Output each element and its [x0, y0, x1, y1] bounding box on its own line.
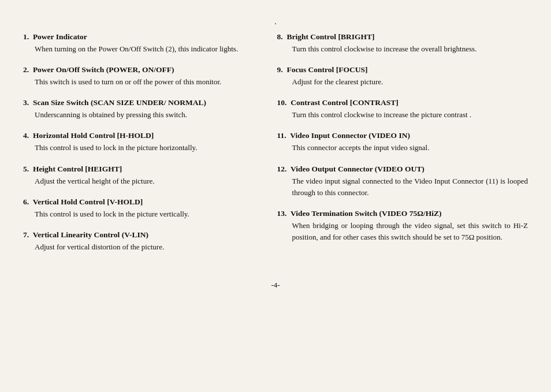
item-num: 10.	[277, 98, 287, 107]
left-column: 1. Power IndicatorWhen turning on the Po…	[23, 32, 266, 263]
columns: 1. Power IndicatorWhen turning on the Po…	[23, 32, 528, 263]
item-title: 10. Contrast Control [CONTRAST]	[277, 98, 528, 107]
item-body: Turn this control clockwise to increase …	[277, 109, 528, 121]
item-body: Adjust for the clearest picture.	[277, 76, 528, 88]
item-body: This connector accepts the input video s…	[277, 142, 528, 154]
left-item-4: 4. Horizontal Hold Control [H-HOLD]This …	[23, 131, 254, 154]
item-title: 12. Video Output Connector (VIDEO OUT)	[277, 165, 528, 174]
item-title: 2. Power On/Off Switch (POWER, ON/OFF)	[23, 65, 254, 74]
right-item-1: 8. Bright Control [BRIGHT]Turn this cont…	[277, 32, 528, 55]
item-body: Turn this control clockwise to increase …	[277, 43, 528, 55]
item-title: 5. Height Control [HEIGHT]	[23, 165, 254, 174]
item-num: 6.	[23, 197, 29, 206]
item-title: 11. Video Input Connector (VIDEO IN)	[277, 131, 528, 140]
item-num: 7.	[23, 230, 29, 239]
item-title: 1. Power Indicator	[23, 32, 254, 42]
page-footer: -4-	[23, 281, 528, 290]
left-item-3: 3. Scan Size Switch (SCAN SIZE UNDER/ NO…	[23, 98, 254, 121]
item-body: When bridging or looping through the vid…	[277, 220, 528, 243]
item-title: 8. Bright Control [BRIGHT]	[277, 32, 528, 42]
right-item-2: 9. Focus Control [FOCUS]Adjust for the c…	[277, 65, 528, 88]
item-title: 9. Focus Control [FOCUS]	[277, 65, 528, 74]
item-num: 12.	[277, 165, 287, 173]
item-body: Adjust the vertical height of the pictur…	[23, 176, 254, 187]
left-item-5: 5. Height Control [HEIGHT]Adjust the ver…	[23, 165, 254, 187]
item-body: When turning on the Power On/Off Switch …	[23, 43, 254, 55]
item-num: 1.	[23, 32, 29, 41]
item-num: 8.	[277, 32, 283, 41]
right-column: 8. Bright Control [BRIGHT]Turn this cont…	[266, 32, 528, 263]
item-num: 11.	[277, 131, 286, 140]
item-body: This control is used to lock in the pict…	[23, 208, 254, 220]
item-num: 4.	[23, 131, 29, 140]
left-item-7: 7. Vertical Linearity Control (V-LIN)Adj…	[23, 230, 254, 253]
item-body: The video input signal connected to the …	[277, 176, 528, 199]
item-body: Adjust for vertical distortion of the pi…	[23, 241, 254, 253]
right-item-6: 13. Video Termination Switch (VIDEO 75Ω/…	[277, 209, 528, 243]
right-item-3: 10. Contrast Control [CONTRAST]Turn this…	[277, 98, 528, 121]
left-item-2: 2. Power On/Off Switch (POWER, ON/OFF)Th…	[23, 65, 254, 88]
item-num: 2.	[23, 65, 29, 74]
right-item-4: 11. Video Input Connector (VIDEO IN)This…	[277, 131, 528, 154]
left-item-1: 1. Power IndicatorWhen turning on the Po…	[23, 32, 254, 55]
page: . 1. Power IndicatorWhen turning on the …	[0, 0, 551, 392]
item-title: 6. Vertical Hold Control [V-HOLD]	[23, 197, 254, 207]
left-item-6: 6. Vertical Hold Control [V-HOLD]This co…	[23, 197, 254, 220]
item-body: This control is used to lock in the pict…	[23, 142, 254, 154]
item-title: 7. Vertical Linearity Control (V-LIN)	[23, 230, 254, 240]
item-title: 4. Horizontal Hold Control [H-HOLD]	[23, 131, 254, 140]
item-body: Underscanning is obtained by pressing th…	[23, 109, 254, 121]
item-body: This switch is used to turn on or off th…	[23, 76, 254, 88]
item-title: 3. Scan Size Switch (SCAN SIZE UNDER/ NO…	[23, 98, 254, 107]
dot-top: .	[23, 17, 528, 27]
right-item-5: 12. Video Output Connector (VIDEO OUT)Th…	[277, 165, 528, 199]
item-num: 13.	[277, 209, 287, 218]
item-num: 9.	[277, 65, 283, 74]
item-title: 13. Video Termination Switch (VIDEO 75Ω/…	[277, 209, 528, 218]
item-num: 3.	[23, 98, 29, 107]
item-num: 5.	[23, 165, 29, 173]
